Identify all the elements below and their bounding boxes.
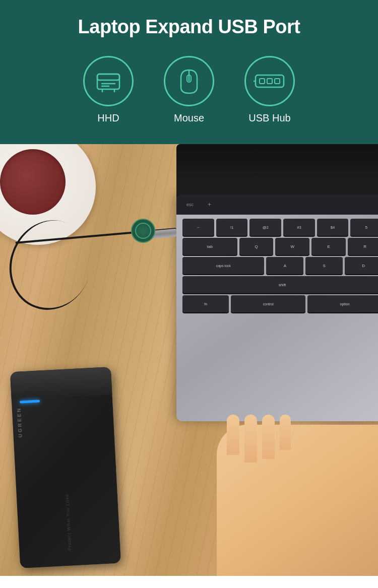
plus-key-label: + (208, 201, 211, 208)
esc-key-label: esc (186, 202, 194, 207)
key-4: $4 (317, 219, 349, 236)
hdd-top-stripe (10, 367, 112, 400)
key-5: 5 (350, 219, 378, 236)
key-3: #3 (283, 219, 315, 236)
usb-hub-icon (254, 71, 286, 91)
svg-rect-9 (260, 79, 265, 84)
hdd-led (20, 400, 40, 403)
svg-rect-1 (97, 74, 119, 80)
laptop-keyboard-area: esc + ~ !1 @2 #3 $4 5 tab Q W E R caps l… (176, 194, 378, 421)
hand-fingers (227, 415, 291, 463)
mouse-icon-circle (164, 56, 214, 106)
finger-index (227, 415, 239, 455)
keyboard-rows: ~ !1 @2 #3 $4 5 tab Q W E R caps lock A … (176, 215, 378, 318)
key-tilde: ~ (182, 219, 214, 236)
laptop-screen-edge (176, 144, 378, 200)
icon-item-hhd: HHD (83, 56, 134, 124)
top-section: Laptop Expand USB Port HHD (0, 0, 378, 144)
usb-hub-icon-circle (244, 56, 295, 106)
key-row-2: tab Q W E R (182, 238, 378, 255)
finger-pinky (280, 415, 291, 450)
hhd-icon (94, 69, 122, 93)
hhd-label: HHD (97, 112, 119, 124)
finger-ring (262, 415, 275, 459)
key-option: option (307, 295, 378, 312)
usb-hub-label: USB Hub (248, 112, 290, 124)
hdd-slogan-text: Protect What You Love (65, 494, 73, 551)
key-s: S (305, 257, 343, 274)
hand-area (217, 425, 378, 576)
key-control: control (231, 295, 305, 312)
mouse-label: Mouse (174, 112, 204, 124)
key-2: @2 (249, 219, 281, 236)
finger-middle (244, 415, 257, 463)
hdd-brand-label: UGREEN (16, 407, 23, 437)
svg-rect-0 (97, 74, 119, 89)
icon-item-mouse: Mouse (164, 56, 214, 124)
key-q: Q (239, 238, 274, 255)
key-a: A (266, 257, 303, 274)
product-photo-section: esc + ~ !1 @2 #3 $4 5 tab Q W E R caps l… (0, 144, 378, 576)
key-w: W (275, 238, 309, 255)
external-hdd: Protect What You Love UGREEN (10, 367, 121, 568)
icon-item-usb-hub: USB Hub (244, 56, 295, 124)
keyboard-top-bar: esc + (176, 194, 378, 215)
icons-row: HHD Mouse (83, 56, 295, 124)
hdd-slogan: Protect What You Love (17, 491, 120, 553)
key-d: D (345, 257, 378, 274)
mouse-icon (178, 66, 200, 96)
key-tab: tab (182, 238, 237, 255)
hhd-icon-circle (83, 56, 134, 106)
key-fn: fn (182, 295, 229, 312)
svg-rect-11 (275, 79, 280, 84)
svg-rect-10 (267, 79, 272, 84)
ugreen-brand-circle (131, 219, 155, 243)
key-row-3: caps lock A S D (182, 257, 378, 274)
key-r: R (348, 238, 378, 255)
key-shift: shift (182, 276, 378, 293)
key-row-4: shift (182, 276, 378, 293)
page-title: Laptop Expand USB Port (78, 16, 300, 38)
key-row-1: ~ !1 @2 #3 $4 5 (182, 219, 378, 236)
key-capslock: caps lock (182, 257, 264, 274)
brand-circle-inner (135, 223, 151, 239)
key-1: !1 (216, 219, 248, 236)
key-row-5: fn control option (182, 295, 378, 312)
key-e: E (311, 238, 346, 255)
